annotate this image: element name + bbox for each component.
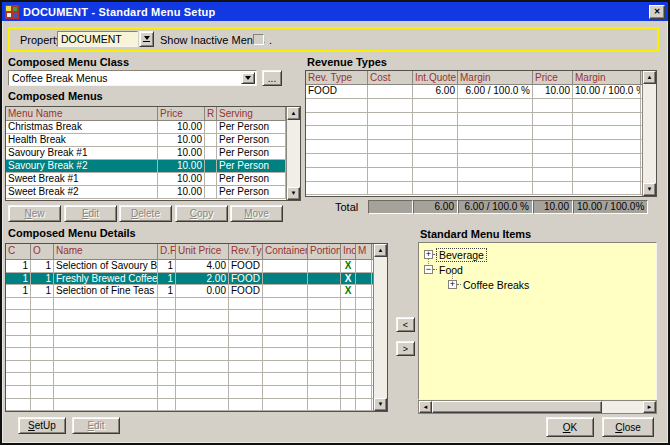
cell-margin_price bbox=[573, 182, 641, 195]
cell-r bbox=[205, 173, 217, 185]
combo-chevron-down-icon[interactable] bbox=[241, 72, 255, 84]
cell-unit_price: 2.00 bbox=[176, 273, 229, 285]
cell-m bbox=[356, 386, 372, 398]
cell-o bbox=[31, 323, 54, 335]
detail-row[interactable]: 11Freshly Brewed Coffee12.00FOODX bbox=[6, 273, 387, 286]
cell-serving: Per Person bbox=[217, 147, 286, 159]
detail-row[interactable]: 11Selection of Savoury Bites14.00FOODX bbox=[6, 260, 387, 273]
tree-item-food[interactable]: −Food bbox=[424, 263, 465, 276]
ok-button[interactable]: OK bbox=[546, 417, 594, 437]
cell-cost bbox=[368, 154, 413, 167]
scrollbar-track[interactable] bbox=[602, 401, 643, 413]
revenue-row[interactable]: FOOD6.006.00 / 100.0 %10.0010.00 / 100.0… bbox=[306, 85, 656, 99]
copy-button[interactable]: Copy bbox=[175, 205, 228, 222]
column-header: Price bbox=[533, 71, 573, 84]
details-scrollbar[interactable]: ▲ ▼ bbox=[373, 244, 387, 411]
scroll-down-icon[interactable]: ▼ bbox=[374, 398, 387, 411]
cell-rev_type bbox=[229, 361, 263, 373]
menu-row[interactable]: Savoury Break #210.00Per Person bbox=[6, 160, 300, 173]
cell-c bbox=[6, 298, 31, 310]
property-dropdown-button[interactable] bbox=[139, 31, 154, 47]
composed-menus-scrollbar[interactable]: ▲ ▼ bbox=[286, 107, 300, 200]
delete-button[interactable]: Delete bbox=[119, 205, 172, 222]
composed-menu-class-value: Coffee Break Menus bbox=[12, 72, 108, 84]
cell-o: 1 bbox=[31, 260, 54, 272]
scroll-up-icon[interactable]: ▲ bbox=[643, 71, 656, 84]
cell-df bbox=[158, 298, 176, 310]
expand-icon[interactable]: + bbox=[448, 280, 457, 289]
detail-empty-row bbox=[6, 386, 387, 399]
tree-item-beverage[interactable]: +Beverage bbox=[424, 248, 486, 261]
tree-item-coffee-breaks[interactable]: +Coffee Breaks bbox=[448, 278, 531, 291]
browse-button[interactable]: ... bbox=[262, 70, 282, 86]
collapse-icon[interactable]: − bbox=[424, 265, 433, 274]
cell-container bbox=[263, 285, 308, 297]
standard-menu-setup-window: DOCUMENT - Standard Menu Setup ✕ Propert… bbox=[0, 0, 670, 445]
revenue-empty-row bbox=[306, 126, 656, 140]
composed-menu-details-table: CONameD.F.Unit PriceRev.TypeContainerPor… bbox=[5, 243, 388, 412]
detail-empty-row bbox=[6, 336, 387, 349]
property-input[interactable]: DOCUMENT bbox=[57, 31, 138, 47]
cell-c: 1 bbox=[6, 285, 31, 297]
composed-menus-body: Christmas Break10.00Per PersonHealth Bre… bbox=[6, 121, 300, 199]
column-header: O bbox=[31, 244, 54, 259]
transfer-left-button[interactable]: < bbox=[396, 317, 415, 332]
composed-menu-class-select[interactable]: Coffee Break Menus bbox=[8, 70, 257, 86]
tree-item-label[interactable]: Coffee Breaks bbox=[461, 279, 531, 291]
total-cell bbox=[368, 200, 413, 214]
cell-rev_type bbox=[229, 310, 263, 322]
move-button[interactable]: Move bbox=[230, 205, 283, 222]
detail-row[interactable]: 11Selection of Fine Teas10.00FOODX bbox=[6, 285, 387, 298]
cell-o bbox=[31, 399, 54, 411]
scrollbar-thumb[interactable] bbox=[432, 401, 602, 413]
cell-margin_price bbox=[573, 140, 641, 153]
edit-menu-button[interactable]: Edit bbox=[64, 205, 117, 222]
composed-menus-label: Composed Menus bbox=[8, 90, 103, 102]
scroll-down-icon[interactable]: ▼ bbox=[643, 183, 656, 196]
menu-row[interactable]: Health Break10.00Per Person bbox=[6, 134, 300, 147]
cell-o bbox=[31, 310, 54, 322]
cell-rev_type bbox=[229, 336, 263, 348]
cell-menu_name: Savoury Break #2 bbox=[6, 160, 158, 172]
detail-empty-row bbox=[6, 361, 387, 374]
cell-menu_name: Savoury Break #1 bbox=[6, 147, 158, 159]
menu-row[interactable]: Christmas Break10.00Per Person bbox=[6, 121, 300, 134]
scroll-up-icon[interactable]: ▲ bbox=[374, 244, 387, 257]
transfer-right-button[interactable]: > bbox=[396, 341, 415, 356]
revenue-types-scrollbar[interactable]: ▲ ▼ bbox=[642, 71, 656, 196]
scroll-down-icon[interactable]: ▼ bbox=[287, 187, 300, 200]
tree-item-label[interactable]: Food bbox=[437, 264, 465, 276]
tree-horizontal-scrollbar[interactable]: ◄ ► bbox=[418, 400, 657, 414]
column-header: Price bbox=[158, 107, 205, 120]
cell-df: 1 bbox=[158, 260, 176, 272]
show-inactive-menus-checkbox[interactable] bbox=[253, 34, 264, 45]
close-window-button[interactable]: ✕ bbox=[649, 5, 665, 19]
edit-details-button[interactable]: Edit bbox=[72, 417, 120, 434]
revenue-empty-row bbox=[306, 99, 656, 113]
scroll-left-icon[interactable]: ◄ bbox=[419, 401, 432, 413]
tree-item-label[interactable]: Beverage bbox=[437, 249, 486, 261]
column-header: C bbox=[6, 244, 31, 259]
menu-row[interactable]: Savoury Break #110.00Per Person bbox=[6, 147, 300, 160]
revenue-empty-row bbox=[306, 182, 656, 196]
revenue-empty-row bbox=[306, 140, 656, 154]
menu-row[interactable]: Sweet Break #110.00Per Person bbox=[6, 173, 300, 186]
cell-cost bbox=[368, 99, 413, 112]
close-button[interactable]: Close bbox=[602, 417, 654, 437]
cell-portion bbox=[308, 336, 341, 348]
new-button[interactable]: New bbox=[8, 205, 61, 222]
expand-icon[interactable]: + bbox=[424, 250, 433, 259]
cell-r bbox=[205, 121, 217, 133]
cell-df: 1 bbox=[158, 273, 176, 285]
menu-row[interactable]: Sweet Break #210.00Per Person bbox=[6, 186, 300, 199]
revenue-types-label: Revenue Types bbox=[307, 56, 387, 68]
cell-serving: Per Person bbox=[217, 160, 286, 172]
cell-unit_price bbox=[176, 361, 229, 373]
scroll-right-icon[interactable]: ► bbox=[643, 401, 656, 413]
column-header: Inc bbox=[341, 244, 356, 259]
cell-inc bbox=[341, 336, 356, 348]
cell-price bbox=[533, 154, 573, 167]
setup-button[interactable]: SetUp bbox=[18, 417, 66, 434]
cell-m bbox=[356, 373, 372, 385]
scroll-up-icon[interactable]: ▲ bbox=[287, 107, 300, 120]
